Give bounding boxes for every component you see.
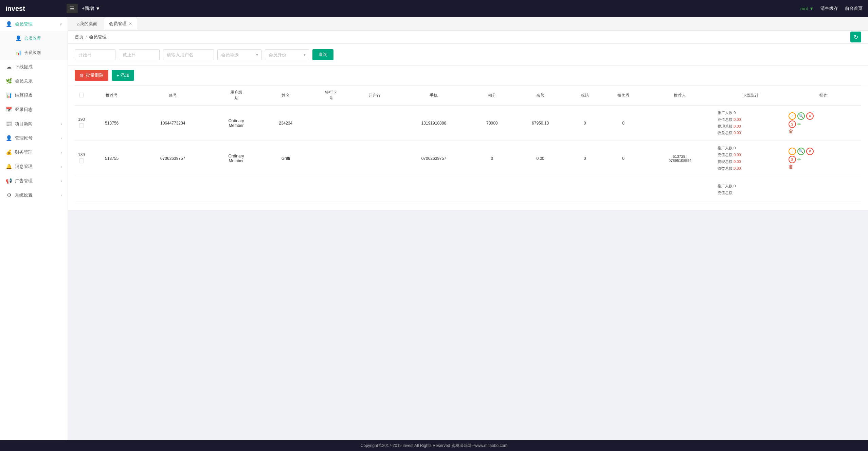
user-dropdown-icon: ▼: [809, 6, 814, 11]
sidebar-item-account[interactable]: 👤 管理帐号 ‹: [0, 131, 68, 145]
table-col-referrer: 推荐人: [645, 86, 715, 106]
row-checkbox-cell: 190: [75, 106, 88, 141]
row-account-2: 07062639757: [135, 141, 210, 176]
filter-area: 会员等级 会员身份 查询: [68, 44, 868, 66]
start-date-input[interactable]: [75, 49, 115, 60]
tab-home-label: 我的桌面: [80, 21, 97, 27]
chevron-left-icon5: ‹: [61, 179, 62, 183]
sidebar-item-ad[interactable]: 📢 广告管理 ‹: [0, 174, 68, 188]
table-col-refno: 推荐号: [88, 86, 135, 106]
person-sub-icon: 👤: [15, 35, 22, 41]
row-actions-1: ↑ 🔍 ¥ $ ✏ 🗑: [786, 106, 861, 141]
sidebar-item-member-mgmt[interactable]: 👤 会员管理 ∨: [0, 17, 68, 31]
dollar-icon-1[interactable]: $: [789, 120, 796, 128]
money-icon-2[interactable]: ¥: [806, 148, 814, 155]
row-lottery-1: 0: [601, 106, 645, 141]
sidebar-item-report[interactable]: 📊 结算报表: [0, 88, 68, 102]
table-header: 推荐号 账号 用户级别 姓名 银行卡号 开户行 手机 积分 余额 冻结 抽奖券 …: [75, 86, 861, 106]
search-icon-2[interactable]: 🔍: [797, 148, 805, 155]
table-col-frozen: 冻结: [568, 86, 602, 106]
sidebar-item-message[interactable]: 🔔 消息管理 ‹: [0, 159, 68, 174]
row-checkbox-1[interactable]: [79, 123, 84, 128]
gear-icon: ⚙: [5, 192, 12, 198]
row-name-3: [262, 176, 309, 203]
add-arrow-icon: ▼: [95, 6, 100, 11]
dollar-icon-2[interactable]: $: [789, 156, 796, 163]
table-body: 190 513756 10644773284 OrdinaryMember 23…: [75, 106, 861, 203]
sidebar-item-member-list[interactable]: 👤 会员管理: [0, 31, 68, 45]
news-icon: 📰: [5, 121, 12, 127]
table-col-name: 姓名: [262, 86, 309, 106]
tab-close-icon[interactable]: ✕: [129, 21, 132, 26]
sidebar-label-relation: 会员关系: [15, 78, 62, 84]
sidebar-item-login-log[interactable]: 📅 登录日志: [0, 102, 68, 117]
cloud-icon: ☁: [5, 64, 12, 70]
breadcrumb-home[interactable]: 首页: [75, 34, 84, 40]
delete-icon-1[interactable]: 🗑: [789, 129, 793, 134]
member-role-select[interactable]: 会员身份: [265, 49, 309, 60]
home-icon: ⌂: [77, 21, 80, 26]
bell-icon: 🔔: [5, 164, 12, 170]
edit-icon-2[interactable]: ✏: [797, 157, 801, 162]
sidebar-label-message: 消息管理: [15, 164, 61, 170]
member-level-select[interactable]: 会员等级: [217, 49, 261, 60]
chevron-left-icon3: ‹: [61, 150, 62, 154]
plus-icon: +: [116, 73, 119, 78]
member-role-wrapper: 会员身份: [265, 49, 309, 60]
end-date-input[interactable]: [119, 49, 160, 60]
report-icon: 📊: [5, 92, 12, 98]
row-phone-2: 07062639757: [396, 141, 471, 176]
row-points-2: 0: [471, 141, 513, 176]
breadcrumb-sep: /: [86, 35, 87, 40]
query-button[interactable]: 查询: [312, 49, 333, 60]
money-icon-1[interactable]: ¥: [806, 112, 814, 120]
refresh-button[interactable]: ↻: [850, 32, 861, 42]
tab-member[interactable]: 会员管理 ✕: [104, 18, 137, 30]
username-input[interactable]: [163, 49, 214, 60]
menu-toggle-button[interactable]: ☰: [67, 4, 78, 13]
recharge-total-3: 充值总额:: [718, 190, 783, 196]
tree-icon: 🌿: [5, 78, 12, 84]
table-row: 189 513755 07062639757 OrdinaryMember Gr…: [75, 141, 861, 176]
search-icon-1[interactable]: 🔍: [797, 112, 805, 120]
chevron-left-icon6: ‹: [61, 193, 62, 197]
table-col-stats: 下线统计: [715, 86, 786, 106]
sidebar-item-relation[interactable]: 🌿 会员关系: [0, 74, 68, 88]
sidebar-item-system[interactable]: ⚙ 系统设置 ‹: [0, 188, 68, 202]
sidebar-item-finance[interactable]: 💰 财务管理 ‹: [0, 145, 68, 159]
select-all-checkbox[interactable]: [79, 93, 84, 97]
account-icon: 👤: [5, 135, 12, 141]
sidebar-sub-label-level: 会员级别: [24, 50, 62, 56]
tab-home[interactable]: ⌂ 我的桌面: [72, 18, 103, 30]
person-icon: 👤: [5, 21, 12, 27]
sidebar-item-news[interactable]: 📰 项目新闻 ‹: [0, 117, 68, 131]
sidebar-label-report: 结算报表: [15, 92, 62, 98]
calendar-icon: 📅: [5, 107, 12, 113]
action-row-delete-2: 🗑: [789, 164, 793, 169]
clear-cache-link[interactable]: 清空缓存: [820, 5, 838, 12]
table-col-phone: 手机: [396, 86, 471, 106]
up-icon-1[interactable]: ↑: [789, 112, 796, 120]
sidebar-item-member-level[interactable]: 📊 会员级别: [0, 45, 68, 60]
edit-icon-1[interactable]: ✏: [797, 121, 801, 127]
front-page-link[interactable]: 前台首页: [845, 5, 863, 12]
user-menu[interactable]: root ▼: [800, 6, 814, 11]
row-referrer-3: [645, 176, 715, 203]
add-button[interactable]: + 添加: [112, 70, 134, 81]
add-new-button[interactable]: +新增 ▼: [82, 5, 100, 12]
username-label: root: [800, 6, 808, 11]
footer: Copyright ©2017-2019 invest All Rights R…: [0, 440, 868, 451]
row-phone-1: 13191918888: [396, 106, 471, 141]
row-referrer-1: [645, 106, 715, 141]
member-table: 推荐号 账号 用户级别 姓名 银行卡号 开户行 手机 积分 余额 冻结 抽奖券 …: [75, 85, 861, 203]
header-right: root ▼ 清空缓存 前台首页: [800, 5, 863, 12]
row-checkbox-2[interactable]: [79, 158, 84, 163]
sidebar-item-downline[interactable]: ☁ 下线提成: [0, 60, 68, 74]
page-content: 首页 / 会员管理 ↻ 会员等级 会员身份: [68, 31, 868, 440]
batch-delete-button[interactable]: 🗑 批量删除: [75, 70, 108, 81]
member-level-wrapper: 会员等级: [217, 49, 261, 60]
row-frozen-1: 0: [568, 106, 602, 141]
row-checkbox-cell-3: [75, 176, 88, 203]
delete-icon-2[interactable]: 🗑: [789, 164, 793, 169]
up-icon-2[interactable]: ↑: [789, 148, 796, 155]
